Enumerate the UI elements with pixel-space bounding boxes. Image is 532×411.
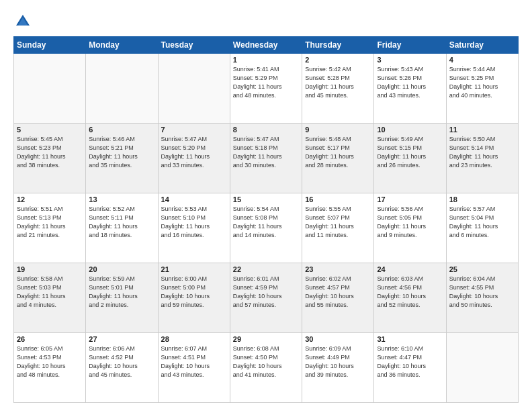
calendar-cell: 30Sunrise: 6:09 AM Sunset: 4:49 PM Dayli…	[302, 333, 374, 403]
day-info: Sunrise: 6:07 AM Sunset: 4:51 PM Dayligh…	[161, 345, 227, 379]
day-number: 21	[161, 265, 227, 273]
day-info: Sunrise: 6:08 AM Sunset: 4:50 PM Dayligh…	[233, 345, 299, 379]
day-info: Sunrise: 5:45 AM Sunset: 5:23 PM Dayligh…	[17, 135, 83, 170]
calendar-cell: 3Sunrise: 5:43 AM Sunset: 5:26 PM Daylig…	[374, 54, 446, 124]
day-info: Sunrise: 5:50 AM Sunset: 5:14 PM Dayligh…	[449, 135, 515, 170]
calendar-cell: 21Sunrise: 6:00 AM Sunset: 5:00 PM Dayli…	[158, 263, 230, 333]
calendar-cell: 20Sunrise: 5:59 AM Sunset: 5:01 PM Dayli…	[86, 263, 158, 333]
day-number: 12	[17, 195, 83, 203]
calendar-week-4: 26Sunrise: 6:05 AM Sunset: 4:53 PM Dayli…	[14, 333, 519, 403]
day-info: Sunrise: 6:09 AM Sunset: 4:49 PM Dayligh…	[305, 345, 371, 379]
calendar-week-0: 1Sunrise: 5:41 AM Sunset: 5:29 PM Daylig…	[14, 54, 519, 124]
day-number: 7	[161, 126, 227, 134]
weekday-header-friday: Friday	[374, 37, 446, 54]
day-number: 26	[17, 335, 83, 343]
calendar-cell: 9Sunrise: 5:48 AM Sunset: 5:17 PM Daylig…	[302, 124, 374, 193]
calendar-cell: 19Sunrise: 5:58 AM Sunset: 5:03 PM Dayli…	[14, 263, 86, 333]
calendar-cell: 14Sunrise: 5:53 AM Sunset: 5:10 PM Dayli…	[158, 193, 230, 263]
day-info: Sunrise: 6:06 AM Sunset: 4:52 PM Dayligh…	[89, 345, 154, 379]
calendar-cell: 17Sunrise: 5:56 AM Sunset: 5:05 PM Dayli…	[374, 193, 446, 263]
calendar-cell	[86, 54, 158, 124]
day-info: Sunrise: 5:41 AM Sunset: 5:29 PM Dayligh…	[233, 65, 299, 100]
day-number: 6	[89, 126, 154, 134]
day-number: 28	[161, 335, 227, 343]
day-info: Sunrise: 5:48 AM Sunset: 5:17 PM Dayligh…	[305, 135, 371, 170]
calendar-cell: 31Sunrise: 6:10 AM Sunset: 4:47 PM Dayli…	[374, 333, 446, 403]
day-number: 20	[89, 265, 154, 273]
calendar-week-1: 5Sunrise: 5:45 AM Sunset: 5:23 PM Daylig…	[14, 124, 519, 193]
day-info: Sunrise: 5:51 AM Sunset: 5:13 PM Dayligh…	[17, 205, 83, 240]
calendar-cell: 23Sunrise: 6:02 AM Sunset: 4:57 PM Dayli…	[302, 263, 374, 333]
day-info: Sunrise: 5:59 AM Sunset: 5:01 PM Dayligh…	[89, 275, 154, 310]
day-info: Sunrise: 5:43 AM Sunset: 5:26 PM Dayligh…	[377, 65, 443, 100]
calendar-cell: 24Sunrise: 6:03 AM Sunset: 4:56 PM Dayli…	[374, 263, 446, 333]
weekday-header-wednesday: Wednesday	[230, 37, 302, 54]
day-info: Sunrise: 5:55 AM Sunset: 5:07 PM Dayligh…	[305, 205, 371, 240]
calendar-cell: 13Sunrise: 5:52 AM Sunset: 5:11 PM Dayli…	[86, 193, 158, 263]
day-number: 2	[305, 56, 371, 64]
day-number: 14	[161, 195, 227, 203]
day-number: 24	[377, 265, 443, 273]
calendar-cell: 11Sunrise: 5:50 AM Sunset: 5:14 PM Dayli…	[446, 124, 518, 193]
calendar-cell: 1Sunrise: 5:41 AM Sunset: 5:29 PM Daylig…	[230, 54, 302, 124]
day-number: 30	[305, 335, 371, 343]
calendar-cell: 5Sunrise: 5:45 AM Sunset: 5:23 PM Daylig…	[14, 124, 86, 193]
calendar-cell: 18Sunrise: 5:57 AM Sunset: 5:04 PM Dayli…	[446, 193, 518, 263]
day-info: Sunrise: 5:58 AM Sunset: 5:03 PM Dayligh…	[17, 275, 83, 310]
weekday-header-saturday: Saturday	[446, 37, 518, 54]
day-info: Sunrise: 5:44 AM Sunset: 5:25 PM Dayligh…	[449, 65, 515, 100]
weekday-header-monday: Monday	[86, 37, 158, 54]
day-number: 17	[377, 195, 443, 203]
day-info: Sunrise: 5:53 AM Sunset: 5:10 PM Dayligh…	[161, 205, 227, 240]
day-number: 27	[89, 335, 154, 343]
weekday-header-tuesday: Tuesday	[158, 37, 230, 54]
weekday-header-row: SundayMondayTuesdayWednesdayThursdayFrid…	[14, 37, 519, 54]
logo	[13, 12, 35, 31]
day-number: 16	[305, 195, 371, 203]
day-number: 11	[449, 126, 515, 134]
day-info: Sunrise: 5:57 AM Sunset: 5:04 PM Dayligh…	[449, 205, 515, 240]
header	[13, 12, 519, 31]
day-info: Sunrise: 5:47 AM Sunset: 5:20 PM Dayligh…	[161, 135, 227, 170]
day-number: 18	[449, 195, 515, 203]
weekday-header-thursday: Thursday	[302, 37, 374, 54]
logo-icon	[13, 12, 32, 31]
calendar-cell	[14, 54, 86, 124]
day-info: Sunrise: 6:01 AM Sunset: 4:59 PM Dayligh…	[233, 275, 299, 310]
day-number: 22	[233, 265, 299, 273]
calendar-cell	[446, 333, 518, 403]
calendar-cell: 25Sunrise: 6:04 AM Sunset: 4:55 PM Dayli…	[446, 263, 518, 333]
calendar-cell: 4Sunrise: 5:44 AM Sunset: 5:25 PM Daylig…	[446, 54, 518, 124]
day-number: 23	[305, 265, 371, 273]
day-number: 13	[89, 195, 154, 203]
day-info: Sunrise: 6:03 AM Sunset: 4:56 PM Dayligh…	[377, 275, 443, 310]
weekday-header-sunday: Sunday	[14, 37, 86, 54]
day-number: 8	[233, 126, 299, 134]
calendar-cell: 2Sunrise: 5:42 AM Sunset: 5:28 PM Daylig…	[302, 54, 374, 124]
day-info: Sunrise: 6:00 AM Sunset: 5:00 PM Dayligh…	[161, 275, 227, 310]
calendar-cell: 27Sunrise: 6:06 AM Sunset: 4:52 PM Dayli…	[86, 333, 158, 403]
calendar-cell: 10Sunrise: 5:49 AM Sunset: 5:15 PM Dayli…	[374, 124, 446, 193]
calendar-week-2: 12Sunrise: 5:51 AM Sunset: 5:13 PM Dayli…	[14, 193, 519, 263]
day-number: 25	[449, 265, 515, 273]
day-number: 5	[17, 126, 83, 134]
day-number: 4	[449, 56, 515, 64]
calendar-cell: 8Sunrise: 5:47 AM Sunset: 5:18 PM Daylig…	[230, 124, 302, 193]
day-info: Sunrise: 5:46 AM Sunset: 5:21 PM Dayligh…	[89, 135, 154, 170]
day-info: Sunrise: 6:05 AM Sunset: 4:53 PM Dayligh…	[17, 345, 83, 379]
calendar-cell: 12Sunrise: 5:51 AM Sunset: 5:13 PM Dayli…	[14, 193, 86, 263]
day-info: Sunrise: 5:54 AM Sunset: 5:08 PM Dayligh…	[233, 205, 299, 240]
day-info: Sunrise: 5:47 AM Sunset: 5:18 PM Dayligh…	[233, 135, 299, 170]
calendar-cell: 28Sunrise: 6:07 AM Sunset: 4:51 PM Dayli…	[158, 333, 230, 403]
day-number: 10	[377, 126, 443, 134]
calendar-week-3: 19Sunrise: 5:58 AM Sunset: 5:03 PM Dayli…	[14, 263, 519, 333]
calendar-cell: 26Sunrise: 6:05 AM Sunset: 4:53 PM Dayli…	[14, 333, 86, 403]
day-info: Sunrise: 5:52 AM Sunset: 5:11 PM Dayligh…	[89, 205, 154, 240]
day-info: Sunrise: 6:04 AM Sunset: 4:55 PM Dayligh…	[449, 275, 515, 310]
day-info: Sunrise: 5:56 AM Sunset: 5:05 PM Dayligh…	[377, 205, 443, 240]
page: SundayMondayTuesdayWednesdayThursdayFrid…	[0, 0, 532, 411]
calendar-cell: 29Sunrise: 6:08 AM Sunset: 4:50 PM Dayli…	[230, 333, 302, 403]
day-number: 9	[305, 126, 371, 134]
day-info: Sunrise: 5:49 AM Sunset: 5:15 PM Dayligh…	[377, 135, 443, 170]
calendar-cell: 16Sunrise: 5:55 AM Sunset: 5:07 PM Dayli…	[302, 193, 374, 263]
